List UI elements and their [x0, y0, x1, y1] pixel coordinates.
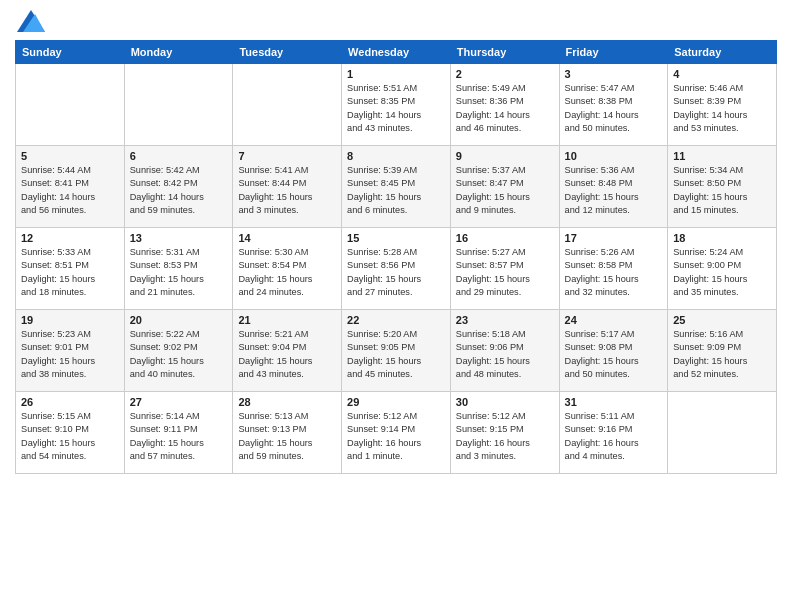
day-number: 7	[238, 150, 336, 162]
calendar-cell	[668, 392, 777, 474]
calendar-cell: 1Sunrise: 5:51 AM Sunset: 8:35 PM Daylig…	[342, 64, 451, 146]
calendar-cell	[16, 64, 125, 146]
calendar-header-row: SundayMondayTuesdayWednesdayThursdayFrid…	[16, 41, 777, 64]
calendar-cell: 23Sunrise: 5:18 AM Sunset: 9:06 PM Dayli…	[450, 310, 559, 392]
day-number: 30	[456, 396, 554, 408]
calendar-cell: 6Sunrise: 5:42 AM Sunset: 8:42 PM Daylig…	[124, 146, 233, 228]
calendar-cell: 8Sunrise: 5:39 AM Sunset: 8:45 PM Daylig…	[342, 146, 451, 228]
day-number: 5	[21, 150, 119, 162]
day-number: 11	[673, 150, 771, 162]
calendar-cell: 29Sunrise: 5:12 AM Sunset: 9:14 PM Dayli…	[342, 392, 451, 474]
calendar-cell	[124, 64, 233, 146]
day-info: Sunrise: 5:12 AM Sunset: 9:14 PM Dayligh…	[347, 410, 445, 463]
day-number: 26	[21, 396, 119, 408]
calendar-cell: 18Sunrise: 5:24 AM Sunset: 9:00 PM Dayli…	[668, 228, 777, 310]
day-number: 19	[21, 314, 119, 326]
day-number: 22	[347, 314, 445, 326]
day-info: Sunrise: 5:27 AM Sunset: 8:57 PM Dayligh…	[456, 246, 554, 299]
calendar-cell: 24Sunrise: 5:17 AM Sunset: 9:08 PM Dayli…	[559, 310, 668, 392]
day-info: Sunrise: 5:23 AM Sunset: 9:01 PM Dayligh…	[21, 328, 119, 381]
day-number: 18	[673, 232, 771, 244]
day-of-week-header: Friday	[559, 41, 668, 64]
calendar-cell: 26Sunrise: 5:15 AM Sunset: 9:10 PM Dayli…	[16, 392, 125, 474]
calendar-week-row: 12Sunrise: 5:33 AM Sunset: 8:51 PM Dayli…	[16, 228, 777, 310]
day-number: 14	[238, 232, 336, 244]
day-number: 23	[456, 314, 554, 326]
day-number: 3	[565, 68, 663, 80]
day-of-week-header: Saturday	[668, 41, 777, 64]
day-number: 29	[347, 396, 445, 408]
calendar-cell: 25Sunrise: 5:16 AM Sunset: 9:09 PM Dayli…	[668, 310, 777, 392]
day-number: 10	[565, 150, 663, 162]
day-info: Sunrise: 5:42 AM Sunset: 8:42 PM Dayligh…	[130, 164, 228, 217]
calendar-cell: 16Sunrise: 5:27 AM Sunset: 8:57 PM Dayli…	[450, 228, 559, 310]
day-number: 6	[130, 150, 228, 162]
calendar-cell: 7Sunrise: 5:41 AM Sunset: 8:44 PM Daylig…	[233, 146, 342, 228]
day-number: 16	[456, 232, 554, 244]
day-of-week-header: Monday	[124, 41, 233, 64]
day-info: Sunrise: 5:26 AM Sunset: 8:58 PM Dayligh…	[565, 246, 663, 299]
calendar-cell: 30Sunrise: 5:12 AM Sunset: 9:15 PM Dayli…	[450, 392, 559, 474]
day-info: Sunrise: 5:14 AM Sunset: 9:11 PM Dayligh…	[130, 410, 228, 463]
day-info: Sunrise: 5:33 AM Sunset: 8:51 PM Dayligh…	[21, 246, 119, 299]
day-info: Sunrise: 5:16 AM Sunset: 9:09 PM Dayligh…	[673, 328, 771, 381]
calendar-cell: 13Sunrise: 5:31 AM Sunset: 8:53 PM Dayli…	[124, 228, 233, 310]
logo	[15, 14, 45, 32]
day-info: Sunrise: 5:22 AM Sunset: 9:02 PM Dayligh…	[130, 328, 228, 381]
day-info: Sunrise: 5:46 AM Sunset: 8:39 PM Dayligh…	[673, 82, 771, 135]
day-info: Sunrise: 5:37 AM Sunset: 8:47 PM Dayligh…	[456, 164, 554, 217]
day-number: 31	[565, 396, 663, 408]
calendar-cell	[233, 64, 342, 146]
day-number: 20	[130, 314, 228, 326]
day-number: 24	[565, 314, 663, 326]
calendar-cell: 22Sunrise: 5:20 AM Sunset: 9:05 PM Dayli…	[342, 310, 451, 392]
calendar-cell: 9Sunrise: 5:37 AM Sunset: 8:47 PM Daylig…	[450, 146, 559, 228]
day-info: Sunrise: 5:49 AM Sunset: 8:36 PM Dayligh…	[456, 82, 554, 135]
day-number: 13	[130, 232, 228, 244]
calendar-cell: 31Sunrise: 5:11 AM Sunset: 9:16 PM Dayli…	[559, 392, 668, 474]
day-number: 27	[130, 396, 228, 408]
calendar-cell: 28Sunrise: 5:13 AM Sunset: 9:13 PM Dayli…	[233, 392, 342, 474]
day-info: Sunrise: 5:15 AM Sunset: 9:10 PM Dayligh…	[21, 410, 119, 463]
day-number: 12	[21, 232, 119, 244]
calendar-cell: 19Sunrise: 5:23 AM Sunset: 9:01 PM Dayli…	[16, 310, 125, 392]
day-number: 25	[673, 314, 771, 326]
day-number: 17	[565, 232, 663, 244]
day-info: Sunrise: 5:39 AM Sunset: 8:45 PM Dayligh…	[347, 164, 445, 217]
day-info: Sunrise: 5:34 AM Sunset: 8:50 PM Dayligh…	[673, 164, 771, 217]
day-number: 2	[456, 68, 554, 80]
calendar-cell: 2Sunrise: 5:49 AM Sunset: 8:36 PM Daylig…	[450, 64, 559, 146]
calendar-cell: 5Sunrise: 5:44 AM Sunset: 8:41 PM Daylig…	[16, 146, 125, 228]
logo-icon	[17, 10, 45, 32]
calendar-cell: 3Sunrise: 5:47 AM Sunset: 8:38 PM Daylig…	[559, 64, 668, 146]
day-of-week-header: Sunday	[16, 41, 125, 64]
day-of-week-header: Thursday	[450, 41, 559, 64]
day-info: Sunrise: 5:13 AM Sunset: 9:13 PM Dayligh…	[238, 410, 336, 463]
day-number: 9	[456, 150, 554, 162]
calendar-cell: 20Sunrise: 5:22 AM Sunset: 9:02 PM Dayli…	[124, 310, 233, 392]
day-of-week-header: Wednesday	[342, 41, 451, 64]
calendar-cell: 21Sunrise: 5:21 AM Sunset: 9:04 PM Dayli…	[233, 310, 342, 392]
calendar-table: SundayMondayTuesdayWednesdayThursdayFrid…	[15, 40, 777, 474]
day-number: 28	[238, 396, 336, 408]
day-info: Sunrise: 5:17 AM Sunset: 9:08 PM Dayligh…	[565, 328, 663, 381]
day-info: Sunrise: 5:44 AM Sunset: 8:41 PM Dayligh…	[21, 164, 119, 217]
calendar-cell: 12Sunrise: 5:33 AM Sunset: 8:51 PM Dayli…	[16, 228, 125, 310]
calendar-cell: 10Sunrise: 5:36 AM Sunset: 8:48 PM Dayli…	[559, 146, 668, 228]
day-info: Sunrise: 5:36 AM Sunset: 8:48 PM Dayligh…	[565, 164, 663, 217]
day-info: Sunrise: 5:51 AM Sunset: 8:35 PM Dayligh…	[347, 82, 445, 135]
calendar-cell: 11Sunrise: 5:34 AM Sunset: 8:50 PM Dayli…	[668, 146, 777, 228]
calendar-week-row: 19Sunrise: 5:23 AM Sunset: 9:01 PM Dayli…	[16, 310, 777, 392]
calendar-cell: 15Sunrise: 5:28 AM Sunset: 8:56 PM Dayli…	[342, 228, 451, 310]
calendar-page: SundayMondayTuesdayWednesdayThursdayFrid…	[0, 0, 792, 612]
day-number: 1	[347, 68, 445, 80]
day-number: 4	[673, 68, 771, 80]
calendar-week-row: 26Sunrise: 5:15 AM Sunset: 9:10 PM Dayli…	[16, 392, 777, 474]
day-info: Sunrise: 5:41 AM Sunset: 8:44 PM Dayligh…	[238, 164, 336, 217]
day-info: Sunrise: 5:28 AM Sunset: 8:56 PM Dayligh…	[347, 246, 445, 299]
calendar-cell: 17Sunrise: 5:26 AM Sunset: 8:58 PM Dayli…	[559, 228, 668, 310]
day-number: 8	[347, 150, 445, 162]
day-info: Sunrise: 5:18 AM Sunset: 9:06 PM Dayligh…	[456, 328, 554, 381]
day-info: Sunrise: 5:24 AM Sunset: 9:00 PM Dayligh…	[673, 246, 771, 299]
day-info: Sunrise: 5:30 AM Sunset: 8:54 PM Dayligh…	[238, 246, 336, 299]
